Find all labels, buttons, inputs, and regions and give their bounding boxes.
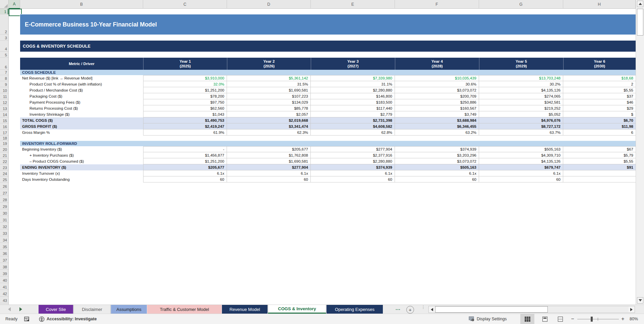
row-header-35[interactable]: 35	[0, 243, 8, 250]
value-cell-r22-y5[interactable]: $4,135,126	[479, 158, 563, 164]
value-cell-r22-y3[interactable]: $2,280,880	[311, 158, 395, 164]
value-cell-r24-y1[interactable]: 6.1x	[143, 170, 227, 176]
sheet-tab-assumptions[interactable]: Assumptions	[111, 305, 147, 314]
row-header-17[interactable]: 17	[0, 129, 8, 136]
row-header-3[interactable]: 3	[0, 35, 8, 41]
value-cell-r8-y1[interactable]: $3,910,000	[143, 75, 227, 81]
row-header-14[interactable]: 14	[0, 111, 8, 117]
value-cell-r9-y6[interactable]: 2	[563, 81, 636, 87]
value-cell-r8-y5[interactable]: $13,703,248	[479, 75, 563, 81]
value-cell-r20-y6[interactable]: $67	[563, 146, 636, 152]
value-cell-r22-y2[interactable]: $1,690,581	[227, 158, 311, 164]
value-cell-r22-y1[interactable]: $1,251,200	[143, 158, 227, 164]
value-cell-r13-y5[interactable]: $219,252	[479, 105, 563, 111]
value-cell-r16-y6[interactable]: $11,98	[563, 123, 636, 129]
value-cell-r11-y2[interactable]: $107,223	[227, 93, 311, 99]
column-header-H[interactable]: H	[563, 0, 636, 9]
column-header-A[interactable]: A	[9, 0, 20, 9]
value-cell-r21-y3[interactable]: $2,377,916	[311, 152, 395, 158]
value-cell-r12-y5[interactable]: $342,581	[479, 99, 563, 105]
row-header-37[interactable]: 37	[0, 256, 8, 263]
row-header-5[interactable]: 5	[0, 52, 8, 58]
value-cell-r13-y6[interactable]: $29	[563, 105, 636, 111]
year-header-5[interactable]: Year 5(2029)	[479, 58, 563, 70]
row-header-26[interactable]: 26	[0, 182, 8, 189]
zoom-out-button[interactable]: −	[569, 314, 576, 324]
section-row-19[interactable]: INVENTORY ROLL-FORWARD	[20, 141, 636, 146]
value-cell-r25-y3[interactable]: 60	[311, 176, 395, 182]
value-cell-r20-y3[interactable]: $277,904	[311, 146, 395, 152]
value-cell-r9-y4[interactable]: 30.6%	[395, 81, 479, 87]
row-header-6[interactable]: 6	[0, 58, 8, 70]
value-cell-r24-y6[interactable]	[563, 170, 636, 176]
value-cell-r16-y1[interactable]: $2,419,247	[143, 123, 227, 129]
row-header-38[interactable]: 38	[0, 263, 8, 270]
value-cell-r20-y2[interactable]: $205,677	[227, 146, 311, 152]
metric-label-row-9[interactable]: Product Cost % of Revenue (with inflatio…	[20, 81, 143, 87]
value-cell-r12-y6[interactable]: $46	[563, 99, 636, 105]
prev-sheet-button[interactable]	[8, 307, 11, 311]
value-cell-r17-y2[interactable]: 62.3%	[227, 129, 311, 136]
value-cell-r8-y3[interactable]: $7,339,980	[311, 75, 395, 81]
value-cell-r12-y1[interactable]: $97,750	[143, 99, 227, 105]
row-header-22[interactable]: 22	[0, 158, 8, 164]
macro-record-button[interactable]	[24, 314, 30, 324]
row-header-34[interactable]: 34	[0, 236, 8, 243]
value-cell-r10-y6[interactable]: $5,55	[563, 87, 636, 93]
value-cell-r14-y2[interactable]: $2,057	[227, 111, 311, 117]
value-cell-r15-y1[interactable]: $1,490,753	[143, 117, 227, 123]
zoom-percentage[interactable]: 80%	[630, 314, 638, 324]
value-cell-r20-y4[interactable]: $374,939	[395, 146, 479, 152]
metric-label-row-16[interactable]: GROSS PROFIT ($)	[20, 123, 143, 129]
value-cell-r11-y6[interactable]: $37	[563, 93, 636, 99]
year-header-6[interactable]: Year 6(2030)	[563, 58, 636, 70]
horizontal-scroll-thumb[interactable]	[435, 306, 548, 313]
value-cell-r8-y4[interactable]: $10,035,439	[395, 75, 479, 81]
metric-label-row-10[interactable]: Product / Merchandise Cost ($)	[20, 87, 143, 93]
section-row-7[interactable]: COGS SCHEDULE	[20, 70, 636, 75]
row-header-36[interactable]: 36	[0, 250, 8, 256]
metric-label-row-17[interactable]: Gross Margin %	[20, 129, 143, 136]
tab-overflow-ellipsis[interactable]: ...	[396, 306, 401, 311]
value-cell-r15-y6[interactable]: $6,70	[563, 117, 636, 123]
value-cell-r13-y3[interactable]: $117,440	[311, 105, 395, 111]
sheet-tab-revenue-model[interactable]: Revenue Model	[222, 305, 268, 314]
value-cell-r10-y1[interactable]: $1,251,200	[143, 87, 227, 93]
year-header-3[interactable]: Year 3(2027)	[311, 58, 395, 70]
metric-label-row-13[interactable]: Returns Processing Cost ($)	[20, 105, 143, 111]
column-header-F[interactable]: F	[395, 0, 479, 9]
row-header-9[interactable]: 9	[0, 81, 8, 87]
value-cell-r21-y5[interactable]: $4,309,710	[479, 152, 563, 158]
value-cell-r10-y5[interactable]: $4,135,126	[479, 87, 563, 93]
metric-label-row-20[interactable]: Beginning Inventory ($)	[20, 146, 143, 152]
value-cell-r11-y1[interactable]: $78,200	[143, 93, 227, 99]
page-break-view-button[interactable]	[553, 314, 567, 324]
row-header-11[interactable]: 11	[0, 93, 8, 99]
value-cell-r23-y3[interactable]: $374,939	[311, 164, 395, 170]
value-cell-r8-y2[interactable]: $5,361,142	[227, 75, 311, 81]
value-cell-r11-y3[interactable]: $146,800	[311, 93, 395, 99]
value-cell-r25-y5[interactable]: 60	[479, 176, 563, 182]
value-cell-r22-y4[interactable]: $3,073,072	[395, 158, 479, 164]
row-header-2[interactable]: 2	[0, 14, 8, 35]
value-cell-r10-y4[interactable]: $3,073,072	[395, 87, 479, 93]
normal-view-button[interactable]	[520, 314, 534, 324]
accessibility-status-button[interactable]: Accessibility: Investigate	[39, 314, 97, 324]
row-header-8[interactable]: 8	[0, 75, 8, 81]
value-cell-r9-y2[interactable]: 31.5%	[227, 81, 311, 87]
row-header-43[interactable]: 43	[0, 296, 8, 303]
value-cell-r25-y6[interactable]	[563, 176, 636, 182]
value-cell-r21-y4[interactable]: $3,203,296	[395, 152, 479, 158]
row-header-19[interactable]: 19	[0, 141, 8, 146]
display-settings-button[interactable]: Display Settings	[469, 314, 507, 324]
page-layout-view-button[interactable]	[538, 314, 552, 324]
vertical-scrollbar[interactable]	[636, 0, 644, 305]
metric-label-row-15[interactable]: TOTAL COGS ($)	[20, 117, 143, 123]
value-cell-r11-y5[interactable]: $274,065	[479, 93, 563, 99]
row-header-23[interactable]: 23	[0, 164, 8, 170]
row-header-31[interactable]: 31	[0, 216, 8, 223]
value-cell-r21-y6[interactable]: $5,79	[563, 152, 636, 158]
row-header-32[interactable]: 32	[0, 223, 8, 229]
value-cell-r17-y3[interactable]: 62.8%	[311, 129, 395, 136]
value-cell-r15-y4[interactable]: $3,688,984	[395, 117, 479, 123]
